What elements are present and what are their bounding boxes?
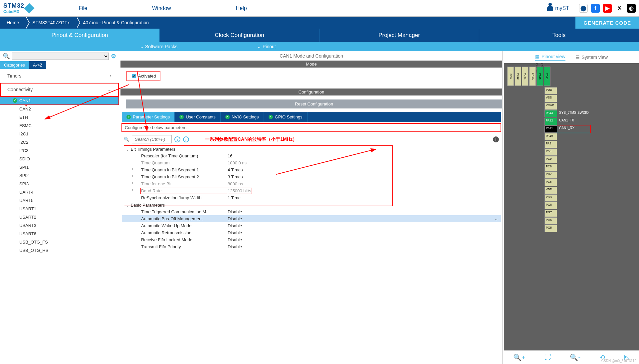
peripheral-item-uart4[interactable]: UART4 xyxy=(0,188,119,196)
peripheral-item-fsmc[interactable]: FSMC xyxy=(0,121,119,130)
tab-parameter-settings[interactable]: Parameter Settings xyxy=(122,112,175,122)
github-icon[interactable]: ◐ xyxy=(627,4,636,13)
peripheral-item-usart3[interactable]: USART3 xyxy=(0,221,119,230)
group-timers[interactable]: Timers › xyxy=(0,69,119,83)
tab-nvic-settings[interactable]: NVIC Settings xyxy=(221,112,264,122)
peripheral-item-usart1[interactable]: USART1 xyxy=(0,205,119,213)
zoom-in-icon[interactable]: 🔍+ xyxy=(513,353,526,361)
st-badge-icon[interactable]: ⬤ xyxy=(579,4,588,13)
peripheral-item-i2c2[interactable]: I2C2 xyxy=(0,138,119,146)
tab-tools[interactable]: Tools xyxy=(479,29,639,42)
param-row[interactable]: Automatic Bus-Off ManagementDisable⌄ xyxy=(122,215,501,222)
peripheral-item-eth[interactable]: ETH xyxy=(0,113,119,121)
pin-PA11[interactable]: PA11 xyxy=(544,125,557,133)
tab-gpio-settings[interactable]: GPIO Settings xyxy=(264,112,308,122)
param-row[interactable]: Prescaler (for Time Quantum)16 xyxy=(122,152,501,159)
breadcrumb[interactable]: 407.ioc - Pinout & Configuration xyxy=(76,17,155,29)
param-row[interactable]: Time Quantum1000.0 ns xyxy=(122,159,501,166)
param-row[interactable]: Transmit Fifo PriorityDisable xyxy=(122,243,501,250)
peripheral-item-i2c1[interactable]: I2C1 xyxy=(0,130,119,138)
myst-button[interactable]: myST xyxy=(547,5,569,11)
pinout-view-tab[interactable]: ▦ Pinout view xyxy=(535,54,565,61)
param-row[interactable]: ReSynchronization Jump Width1 Time xyxy=(122,194,501,201)
peripheral-item-spi1[interactable]: SPI1 xyxy=(0,163,119,171)
pin-VDD[interactable]: VDD xyxy=(544,87,557,94)
pin-VSS[interactable]: VSS xyxy=(544,95,557,102)
tab-clock-configuration[interactable]: Clock Configuration xyxy=(160,29,320,42)
pin-PG6[interactable]: PG6 xyxy=(544,217,557,225)
az-tab[interactable]: A->Z xyxy=(29,61,47,69)
system-view-tab[interactable]: ☰ System view xyxy=(575,54,608,61)
pin-PA12[interactable]: PA12 xyxy=(544,118,557,125)
tab-pinout-configuration[interactable]: Pinout & Configuration xyxy=(0,29,160,42)
menu-window[interactable]: Window xyxy=(152,5,171,11)
next-icon[interactable]: › xyxy=(183,136,189,142)
peripheral-item-usart6[interactable]: USART6 xyxy=(0,230,119,238)
pin-PC8[interactable]: PC8 xyxy=(544,164,557,171)
pin-PG5[interactable]: PG5 xyxy=(544,225,557,232)
param-row[interactable]: *Time Quanta in Bit Segment 14 Times xyxy=(122,166,501,173)
peripheral-item-can1[interactable]: CAN1 xyxy=(0,96,119,105)
peripheral-item-usb_otg_fs[interactable]: USB_OTG_FS xyxy=(0,238,119,246)
peripheral-item-uart5[interactable]: UART5 xyxy=(0,196,119,205)
pin-PG8[interactable]: PG8 xyxy=(544,202,557,209)
param-row[interactable]: Time Triggered Communication M...Disable xyxy=(122,208,501,215)
param-row[interactable]: Automatic Wake-Up ModeDisable xyxy=(122,222,501,229)
info-icon[interactable]: i xyxy=(493,136,499,142)
param-row[interactable]: Receive Fifo Locked ModeDisable xyxy=(122,236,501,243)
chip-diagram[interactable]: SYS_JTD SYS_JTC PD0PC12PC11PC10PA15PA14 … xyxy=(504,63,639,350)
peripheral-item-sdio[interactable]: SDIO xyxy=(0,155,119,163)
x-icon[interactable]: 𝕏 xyxy=(615,4,624,13)
peripheral-item-usb_otg_hs[interactable]: USB_OTG_HS xyxy=(0,246,119,255)
pin-VDD[interactable]: VDD xyxy=(544,187,557,194)
youtube-icon[interactable]: ▶ xyxy=(603,4,612,13)
breadcrumb[interactable]: STM32F407ZGTx xyxy=(26,17,76,29)
tab-project-manager[interactable]: Project Manager xyxy=(320,29,479,42)
activated-input[interactable] xyxy=(132,74,136,78)
parameter-search-input[interactable] xyxy=(132,135,172,143)
facebook-icon[interactable]: f xyxy=(591,4,600,13)
pin-PC7[interactable]: PC7 xyxy=(544,171,557,179)
software-packs-menu[interactable]: Software Packs xyxy=(140,44,177,49)
group-bit-timings[interactable]: Bit Timings Parameters xyxy=(122,145,501,152)
menu-file[interactable]: File xyxy=(79,5,87,11)
pin-VCAP..[interactable]: VCAP.. xyxy=(544,102,557,110)
pin-PC11[interactable]: PC11 xyxy=(522,67,529,86)
pin-PD0[interactable]: PD0 xyxy=(507,67,514,86)
pin-PA8[interactable]: PA8 xyxy=(544,148,557,156)
pin-PC6[interactable]: PC6 xyxy=(544,179,557,186)
group-connectivity[interactable]: Connectivity ⌄ xyxy=(0,83,119,96)
peripheral-item-spi3[interactable]: SPI3 xyxy=(0,180,119,188)
pin-PA9[interactable]: PA9 xyxy=(544,141,557,148)
param-row[interactable]: *Time Quanta in Bit Segment 23 Times xyxy=(122,173,501,180)
pin-PG7[interactable]: PG7 xyxy=(544,210,557,217)
activated-checkbox[interactable]: Activated xyxy=(132,74,155,79)
pinout-menu[interactable]: Pinout xyxy=(257,44,276,49)
peripheral-item-can2[interactable]: CAN2 xyxy=(0,105,119,113)
peripheral-item-usart2[interactable]: USART2 xyxy=(0,213,119,221)
pin-PC9[interactable]: PC9 xyxy=(544,156,557,163)
zoom-out-icon[interactable]: 🔍- xyxy=(570,353,580,361)
peripheral-item-spi2[interactable]: SPI2 xyxy=(0,171,119,180)
pin-PC10[interactable]: PC10 xyxy=(529,67,536,86)
breadcrumb[interactable]: Home xyxy=(0,17,26,29)
param-row[interactable]: Automatic RetransmissionDisable xyxy=(122,229,501,236)
fit-icon[interactable]: ⛶ xyxy=(544,353,551,361)
gear-icon[interactable]: ⚙ xyxy=(111,53,116,60)
group-basic-parameters[interactable]: Basic Parameters xyxy=(122,201,501,208)
peripheral-search-select[interactable] xyxy=(12,53,109,60)
pin-PA14[interactable]: PA14 xyxy=(544,67,550,86)
pin-VSS[interactable]: VSS xyxy=(544,194,557,202)
tab-user-constants[interactable]: User Constants xyxy=(175,112,221,122)
param-row[interactable]: *Time for one Bit8000 ns xyxy=(122,180,501,187)
menu-help[interactable]: Help xyxy=(236,5,247,11)
generate-code-button[interactable]: GENERATE CODE xyxy=(575,17,639,29)
pin-PC12[interactable]: PC12 xyxy=(515,67,521,86)
peripheral-item-i2c3[interactable]: I2C3 xyxy=(0,146,119,155)
categories-tab[interactable]: Categories xyxy=(0,61,29,69)
pin-PA10[interactable]: PA10 xyxy=(544,133,557,140)
param-row[interactable]: *Baud Rate125000 bit/s xyxy=(122,187,501,194)
pin-PA13[interactable]: PA13 xyxy=(544,110,557,117)
prev-icon[interactable]: ‹ xyxy=(174,136,180,142)
reset-configuration-button[interactable]: Reset Configuration xyxy=(126,99,502,108)
